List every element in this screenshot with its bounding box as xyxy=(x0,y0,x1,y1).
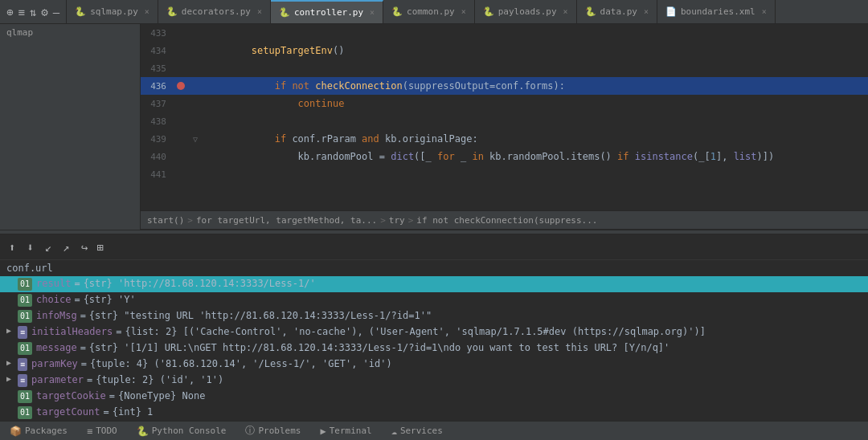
tab-file-icon: 🐍 xyxy=(75,6,86,17)
tab-decorators-py[interactable]: 🐍decorators.py× xyxy=(158,0,271,23)
debug-var-targetCount[interactable]: 01targetCount={int} 1 xyxy=(0,405,868,421)
status-item-packages[interactable]: 📦Packages xyxy=(6,422,71,440)
status-item-terminal[interactable]: ▶Terminal xyxy=(317,422,375,440)
debug-var-name: parameter xyxy=(31,374,84,385)
code-lines: 433434 setupTargetEnv()435436 if not che… xyxy=(141,24,868,210)
debug-type-badge: ≡ xyxy=(18,358,27,371)
status-item-todo[interactable]: ≡TODO xyxy=(84,422,121,440)
tab-close-icon[interactable]: × xyxy=(370,8,375,17)
debug-type-badge: 01 xyxy=(18,310,32,323)
debug-table-view-icon[interactable]: ⊞ xyxy=(96,241,103,254)
debug-root-var: conf.url xyxy=(0,260,868,276)
code-line-435: 435 xyxy=(141,59,868,77)
tab-common-py[interactable]: 🐍common.py× xyxy=(383,0,475,23)
code-line-434: 434 setupTargetEnv() xyxy=(141,42,868,59)
debug-var-name: targetCount xyxy=(36,406,100,418)
debug-var-eq: = xyxy=(80,342,86,353)
status-item-services[interactable]: ☁Services xyxy=(388,422,446,440)
code-line-439: 439▽ if conf.rParam and kb.originalPage: xyxy=(141,130,868,148)
tab-file-icon: 🐍 xyxy=(483,6,494,17)
debug-var-name: targetCookie xyxy=(36,390,106,401)
debug-expand-icon[interactable]: ▶ xyxy=(6,374,18,383)
line-number: 437 xyxy=(141,99,173,109)
line-number: 439 xyxy=(141,134,173,145)
status-label-problems: Problems xyxy=(258,426,301,436)
status-item-python-console[interactable]: 🐍Python Console xyxy=(133,422,230,440)
debug-var-eq: = xyxy=(116,326,121,337)
list-icon[interactable]: ≡ xyxy=(18,6,24,18)
code-line-437: 437 continue xyxy=(141,95,868,112)
debug-var-value: {int} 1 xyxy=(113,406,154,418)
tab-file-icon: 🐍 xyxy=(391,6,403,17)
debug-type-badge: 01 xyxy=(18,342,32,355)
tab-close-icon[interactable]: × xyxy=(145,7,149,16)
globe-icon[interactable]: ⊕ xyxy=(6,6,13,18)
minimize-icon[interactable]: — xyxy=(53,6,59,18)
debug-var-eq: = xyxy=(104,406,109,418)
debug-up-icon[interactable]: ⬆ xyxy=(6,239,18,255)
sidebar: qlmap xyxy=(0,24,141,230)
debug-var-eq: = xyxy=(74,278,80,289)
tab-sqlmap-py[interactable]: 🐍sqlmap.py× xyxy=(67,0,158,23)
status-label-terminal: Terminal xyxy=(330,426,372,436)
debug-var-infoMsg[interactable]: 01infoMsg={str} "testing URL 'http://81.… xyxy=(0,308,868,324)
breadcrumb-bar: start() > for targetUrl, targetMethod, t… xyxy=(141,210,868,230)
line-number: 436 xyxy=(141,81,173,92)
tab-close-icon[interactable]: × xyxy=(257,7,262,16)
breadcrumb-item-1[interactable]: for targetUrl, targetMethod, ta... xyxy=(196,215,377,226)
debug-up-right-icon[interactable]: ↗ xyxy=(60,239,72,255)
tab-close-icon[interactable]: × xyxy=(563,7,568,16)
tab-close-icon[interactable]: × xyxy=(762,7,767,16)
tab-file-icon: 🐍 xyxy=(585,6,596,17)
tab-bar-icons: ⊕ ≡ ⇅ ⚙ — xyxy=(0,0,67,23)
debug-var-value: {list: 2} [('Cache-Control', 'no-cache')… xyxy=(125,326,705,337)
tab-boundaries-xml[interactable]: 📄boundaries.xml× xyxy=(657,0,776,23)
status-label-services: Services xyxy=(400,426,443,436)
tab-payloads-py[interactable]: 🐍payloads.py× xyxy=(475,0,577,23)
debug-type-badge: 01 xyxy=(18,406,32,419)
tab-data-py[interactable]: 🐍data.py× xyxy=(577,0,657,23)
code-content: continue xyxy=(202,95,868,112)
debug-var-choice[interactable]: 01choice={str} 'Y' xyxy=(0,292,868,308)
debug-var-value: {str} '[1/1] URL:\nGET http://81.68.120.… xyxy=(89,342,669,353)
debug-var-eq: = xyxy=(81,358,87,369)
debug-down-icon[interactable]: ⬇ xyxy=(24,239,35,255)
line-number: 434 xyxy=(141,46,173,56)
tab-bar: ⊕ ≡ ⇅ ⚙ — 🐍sqlmap.py×🐍decorators.py×🐍con… xyxy=(0,0,868,24)
breadcrumb-item-0[interactable]: start() xyxy=(147,215,184,226)
breadcrumb-sep: > xyxy=(187,215,193,226)
tab-controller-py[interactable]: 🐍controller.py× xyxy=(271,0,383,23)
breadcrumb-sep: > xyxy=(380,215,386,226)
code-line-441: 441 xyxy=(141,165,868,183)
fold-col[interactable]: ▽ xyxy=(189,135,202,144)
split-icon[interactable]: ⇅ xyxy=(30,6,36,18)
breakpoint-dot xyxy=(177,82,185,90)
debug-var-paramKey[interactable]: ▶≡paramKey={tuple: 4} ('81.68.120.14', '… xyxy=(0,356,868,373)
tab-close-icon[interactable]: × xyxy=(461,7,466,16)
breakpoint-col[interactable] xyxy=(173,82,189,90)
tab-label: boundaries.xml xyxy=(681,6,755,17)
debug-var-result[interactable]: 01result={str} 'http://81.68.120.14:3333… xyxy=(0,276,868,292)
debug-type-badge: ≡ xyxy=(18,326,27,339)
debug-type-badge: 01 xyxy=(18,278,32,291)
debug-var-targetCookie[interactable]: 01targetCookie={NoneType} None xyxy=(0,389,868,405)
debug-expand-icon[interactable]: ▶ xyxy=(6,358,18,367)
tab-close-icon[interactable]: × xyxy=(644,7,649,16)
main-area: qlmap 433434 setupTargetEnv()435436 if n… xyxy=(0,24,868,230)
code-line-440: 440 kb.randomPool = dict([_ for _ in kb.… xyxy=(141,148,868,165)
settings-icon[interactable]: ⚙ xyxy=(41,6,47,18)
tab-label: payloads.py xyxy=(498,6,557,17)
debug-var-parameter[interactable]: ▶≡parameter={tuple: 2} ('id', '1') xyxy=(0,373,868,389)
status-label-python-console: Python Console xyxy=(152,426,227,436)
debug-down-left-icon[interactable]: ↙ xyxy=(43,239,54,255)
debug-var-message[interactable]: 01message={str} '[1/1] URL:\nGET http://… xyxy=(0,340,868,356)
debug-expand-icon[interactable]: ▶ xyxy=(6,326,18,335)
line-number: 435 xyxy=(141,63,173,74)
debug-var-initialHeaders[interactable]: ▶≡initialHeaders={list: 2} [('Cache-Cont… xyxy=(0,324,868,340)
breadcrumb-item-2[interactable]: try xyxy=(389,215,405,226)
sidebar-label: qlmap xyxy=(6,27,33,38)
debug-step-icon[interactable]: ↪ xyxy=(79,239,90,255)
status-icon-packages: 📦 xyxy=(10,426,22,437)
breadcrumb-item-3[interactable]: if not checkConnection(suppress... xyxy=(416,215,597,226)
status-item-problems[interactable]: ⓘProblems xyxy=(242,422,304,440)
